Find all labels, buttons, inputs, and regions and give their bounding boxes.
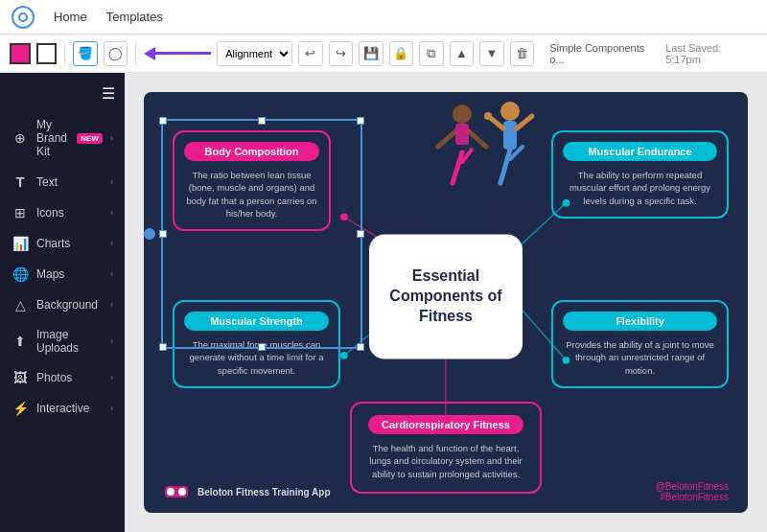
canvas-area[interactable]: Body Composition The ratio between lean … — [125, 73, 767, 532]
logo-inner-circle — [18, 12, 28, 22]
photos-icon: 🖼 — [12, 370, 29, 385]
sidebar-item-background[interactable]: △ Background › — [0, 289, 125, 320]
flexibility-desc: Provides the ability of a joint to move … — [563, 338, 717, 377]
infographic-inner: Body Composition The ratio between lean … — [144, 92, 748, 513]
footer-brand: Beloton Fitness Training App — [163, 478, 331, 505]
yoga-figures — [419, 97, 553, 212]
chevron-icon-8: › — [110, 373, 113, 382]
maps-icon: 🌐 — [12, 266, 29, 282]
last-saved: Last Saved: 5:17pm — [665, 42, 757, 65]
upload-icon: ⬆ — [12, 334, 29, 349]
svg-point-26 — [178, 488, 186, 496]
cardio-title: Cardiorespiratory Fitness — [368, 415, 523, 434]
sidebar-item-charts[interactable]: 📊 Charts › — [0, 228, 125, 259]
body-comp-title: Body Composition — [184, 142, 319, 161]
paint-bucket-button[interactable]: 🪣 — [73, 41, 98, 66]
chevron-icon-2: › — [110, 177, 113, 187]
chevron-icon-5: › — [110, 269, 113, 279]
flexibility-title: Flexibility — [563, 312, 717, 331]
arrow-line — [153, 52, 211, 55]
svg-rect-16 — [455, 124, 469, 145]
save-button[interactable]: 💾 — [359, 41, 384, 66]
svg-point-6 — [340, 352, 348, 359]
svg-point-5 — [340, 213, 348, 220]
handle-mr — [357, 230, 364, 238]
chevron-icon: › — [110, 133, 113, 143]
delete-button[interactable]: 🗑 — [510, 41, 535, 66]
svg-line-22 — [500, 150, 510, 183]
move-up-button[interactable]: ▲ — [450, 41, 475, 66]
body-comp-desc: The ratio between lean tissue (bone, mus… — [184, 169, 319, 220]
sidebar-label-icons: Icons — [36, 206, 103, 220]
handle-tr — [357, 117, 364, 125]
main-area: ☰ ⊕ My Brand Kit NEW › T Text › ⊞ Icons … — [0, 73, 767, 532]
hamburger-icon[interactable]: ☰ — [102, 84, 115, 103]
new-badge: NEW — [77, 133, 103, 144]
arrow-indicator — [144, 47, 211, 60]
sidebar-item-maps[interactable]: 🌐 Maps › — [0, 259, 125, 289]
handle-ml — [159, 230, 167, 238]
svg-line-14 — [453, 152, 462, 183]
infographic: Body Composition The ratio between lean … — [144, 92, 748, 513]
sidebar-item-brand-kit[interactable]: ⊕ My Brand Kit NEW › — [0, 110, 125, 166]
chevron-icon-7: › — [110, 336, 113, 346]
toolbar-divider-2 — [135, 43, 136, 64]
chevron-icon-4: › — [110, 239, 113, 248]
nav-home[interactable]: Home — [54, 10, 87, 24]
svg-line-12 — [438, 131, 455, 147]
node-flexibility[interactable]: Flexibility Provides the ability of a jo… — [551, 300, 729, 388]
muscular-endurance-desc: The ability to perform repeated muscular… — [563, 169, 717, 207]
sidebar-label-maps: Maps — [36, 267, 103, 281]
sidebar-label-background: Background — [36, 298, 103, 312]
muscular-strength-title: Muscular Strength — [184, 312, 329, 331]
lock-button[interactable]: 🔒 — [389, 41, 414, 66]
file-title: Simple Components o... — [549, 42, 660, 65]
node-muscular-strength[interactable]: Muscular Strength The maximal force musc… — [173, 300, 340, 388]
sidebar-label-charts: Charts — [36, 237, 103, 250]
color-fill-white[interactable] — [36, 43, 58, 64]
footer-brand-text: Beloton Fitness Training App — [198, 487, 331, 497]
social-handle: @BelotonFitness — [656, 481, 729, 492]
svg-point-21 — [484, 112, 492, 120]
node-body-composition[interactable]: Body Composition The ratio between lean … — [173, 130, 331, 231]
redo-button[interactable]: ↪ — [329, 41, 354, 66]
chevron-icon-6: › — [110, 300, 113, 310]
center-node-text: Essential Components of Fitness — [369, 266, 523, 326]
toolbar-divider-1 — [64, 43, 65, 64]
sidebar-item-image-uploads[interactable]: ⬆ Image Uploads › — [0, 320, 125, 362]
svg-line-13 — [469, 131, 486, 147]
logo-icon[interactable] — [12, 6, 35, 29]
brand-name: Beloton Fitness Training App — [198, 487, 331, 497]
sidebar: ☰ ⊕ My Brand Kit NEW › T Text › ⊞ Icons … — [0, 73, 125, 532]
nav-templates[interactable]: Templates — [106, 10, 163, 24]
sidebar-item-text[interactable]: T Text › — [0, 166, 125, 197]
copy-button[interactable]: ⧉ — [419, 41, 444, 66]
move-down-button[interactable]: ▼ — [479, 41, 504, 66]
sidebar-item-interactive[interactable]: ⚡ Interactive › — [0, 393, 125, 424]
handle-tc — [258, 117, 266, 125]
undo-button[interactable]: ↩ — [298, 41, 323, 66]
node-muscular-endurance[interactable]: Muscular Endurance The ability to perfor… — [551, 130, 729, 219]
sidebar-item-photos[interactable]: 🖼 Photos › — [0, 362, 125, 393]
muscular-strength-desc: The maximal force muscles can generate w… — [184, 338, 329, 377]
shape-button[interactable]: ◯ — [104, 41, 128, 66]
color-fill-pink[interactable] — [10, 43, 31, 64]
social-hashtag: #BelotonFitness — [656, 492, 729, 502]
brand-kit-icon: ⊕ — [12, 130, 29, 146]
chevron-icon-9: › — [110, 404, 113, 413]
top-navigation: Home Templates — [0, 0, 767, 35]
sidebar-label-photos: Photos — [36, 371, 103, 384]
sidebar-label-text: Text — [36, 175, 103, 189]
alignment-select[interactable]: Alignment — [217, 41, 292, 66]
charts-icon: 📊 — [12, 236, 29, 251]
svg-line-20 — [517, 116, 532, 128]
text-icon: T — [12, 173, 29, 190]
sidebar-item-icons[interactable]: ⊞ Icons › — [0, 197, 125, 228]
sidebar-label-interactive: Interactive — [36, 402, 103, 415]
icons-icon: ⊞ — [12, 205, 29, 220]
left-dot-handle — [144, 228, 155, 240]
svg-point-25 — [167, 488, 174, 496]
center-node[interactable]: Essential Components of Fitness — [369, 234, 523, 359]
svg-point-17 — [500, 102, 520, 121]
handle-bl — [159, 343, 167, 351]
